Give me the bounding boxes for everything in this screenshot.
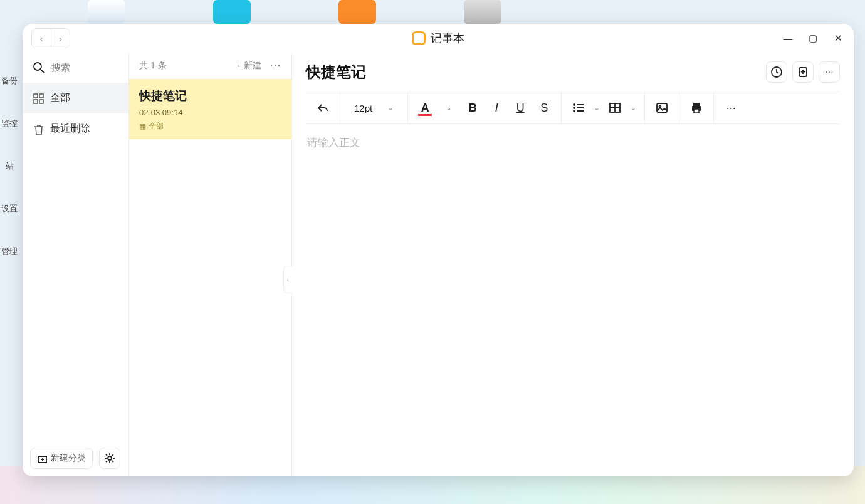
svg-point-0	[34, 63, 41, 70]
minimize-button[interactable]: —	[781, 31, 795, 45]
chevron-down-icon: ⌄	[630, 103, 636, 112]
print-button[interactable]	[684, 96, 708, 120]
image-button[interactable]	[650, 96, 674, 120]
toolbar-more-button[interactable]: ···	[719, 96, 743, 120]
svg-point-15	[574, 104, 575, 105]
more-icon: ···	[825, 66, 833, 78]
sidebar-item-label: 最近删除	[50, 122, 90, 135]
export-icon	[797, 66, 809, 78]
collapse-list-button[interactable]: ‹	[283, 266, 292, 293]
svg-point-16	[574, 107, 575, 108]
underline-button[interactable]: U	[508, 96, 532, 120]
editor: 快捷笔记 ···	[292, 53, 854, 476]
note-card-date: 02-03 09:14	[139, 108, 281, 117]
editor-more-button[interactable]: ···	[819, 61, 840, 83]
sidebar-item-trash[interactable]: 最近删除	[23, 113, 128, 144]
chevron-down-icon: ⌄	[387, 103, 394, 112]
history-button[interactable]	[766, 61, 787, 83]
clock-icon	[770, 66, 783, 78]
notes-window: ‹ › 记事本 — ▢ ✕ 搜索 全部 最近删除	[23, 24, 854, 476]
new-category-button[interactable]: 新建分类	[30, 448, 93, 469]
chevron-down-icon: ⌄	[446, 103, 452, 112]
note-list: 共 1 条 + 新建 ··· 快捷笔记 02-03 09:14 ▦ 全部 ‹	[129, 53, 292, 476]
search-icon	[33, 61, 45, 74]
svg-rect-21	[657, 103, 667, 112]
list-button[interactable]	[567, 96, 590, 120]
nav-back-button[interactable]: ‹	[32, 29, 51, 48]
editor-toolbar: 12pt ⌄ A ⌄ B I U S ⌄	[306, 92, 840, 124]
trash-icon	[33, 123, 44, 135]
search-input[interactable]: 搜索	[23, 53, 128, 83]
sidebar-item-all[interactable]: 全部	[23, 83, 128, 113]
close-button[interactable]: ✕	[831, 31, 845, 45]
grid-icon	[33, 93, 44, 104]
app-icon	[412, 31, 426, 45]
svg-rect-23	[693, 103, 700, 106]
undo-icon	[317, 102, 329, 114]
note-count: 共 1 条	[139, 60, 167, 71]
new-note-button[interactable]: + 新建	[236, 60, 261, 71]
text-color-button[interactable]: A	[413, 96, 437, 120]
desktop-tray	[88, 0, 614, 25]
settings-button[interactable]	[99, 448, 120, 469]
list-icon	[572, 102, 585, 114]
svg-point-17	[574, 110, 575, 112]
app-title: 记事本	[431, 31, 464, 46]
svg-rect-2	[34, 94, 38, 98]
svg-rect-25	[694, 109, 699, 113]
note-card-tag: ▦ 全部	[139, 121, 281, 132]
print-icon	[690, 102, 703, 114]
list-chevron[interactable]: ⌄	[590, 96, 603, 120]
editor-body[interactable]: 请输入正文	[292, 124, 854, 476]
svg-rect-3	[39, 94, 43, 98]
chevron-down-icon: ⌄	[594, 103, 600, 112]
svg-rect-4	[34, 100, 38, 103]
maximize-button[interactable]: ▢	[806, 31, 820, 45]
svg-rect-5	[39, 100, 43, 103]
strike-button[interactable]: S	[532, 96, 556, 120]
image-icon	[656, 102, 668, 114]
list-more-button[interactable]: ···	[270, 61, 281, 71]
font-size-select[interactable]: 12pt ⌄	[345, 103, 402, 113]
more-icon: ···	[726, 102, 736, 115]
editor-title[interactable]: 快捷笔记	[306, 62, 366, 82]
editor-placeholder: 请输入正文	[307, 137, 360, 149]
text-color-chevron[interactable]: ⌄	[437, 96, 461, 120]
table-icon	[609, 102, 621, 114]
italic-button[interactable]: I	[485, 96, 508, 120]
undo-button[interactable]	[311, 96, 335, 120]
note-card-title: 快捷笔记	[139, 88, 281, 104]
desktop-dock: 备份监控站设置管理	[0, 0, 19, 504]
folder-plus-icon	[37, 453, 47, 463]
export-button[interactable]	[792, 61, 814, 83]
svg-point-9	[108, 456, 112, 460]
svg-line-1	[41, 70, 44, 73]
plus-icon: +	[236, 61, 241, 71]
nav-forward-button[interactable]: ›	[51, 29, 70, 48]
sidebar-item-label: 全部	[50, 92, 70, 105]
search-placeholder: 搜索	[51, 62, 70, 74]
note-card[interactable]: 快捷笔记 02-03 09:14 ▦ 全部	[129, 79, 291, 139]
table-button[interactable]	[603, 96, 627, 120]
bold-button[interactable]: B	[461, 96, 485, 120]
gear-icon	[103, 452, 116, 465]
sidebar: 搜索 全部 最近删除 新建分类	[23, 53, 129, 476]
titlebar: ‹ › 记事本 — ▢ ✕	[23, 24, 854, 53]
tag-icon: ▦	[139, 122, 146, 131]
table-chevron[interactable]: ⌄	[627, 96, 639, 120]
